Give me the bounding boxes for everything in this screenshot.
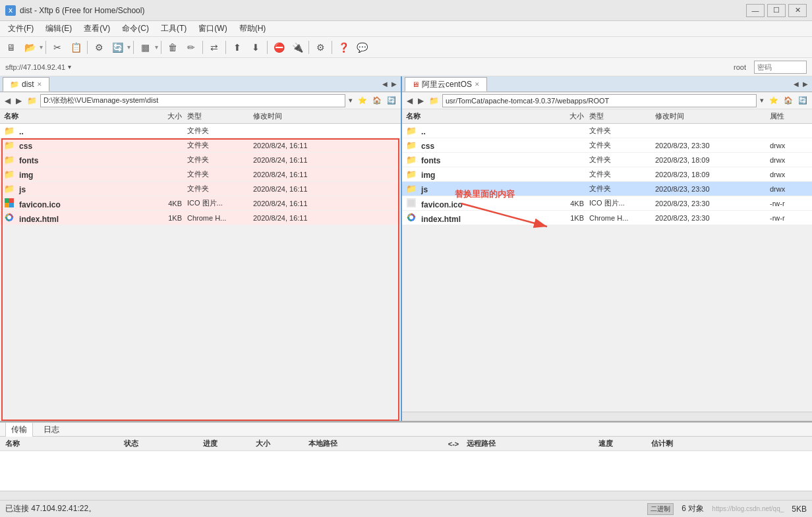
stop-button[interactable]: ⛔ bbox=[270, 40, 287, 55]
right-col-size[interactable]: 大小 bbox=[550, 111, 589, 121]
menu-view[interactable]: 查看(V) bbox=[78, 22, 115, 36]
menu-command[interactable]: 命令(C) bbox=[117, 22, 154, 36]
right-col-name[interactable]: 名称 bbox=[405, 111, 550, 121]
left-path-dropdown[interactable]: ▾ bbox=[347, 95, 355, 105]
minimize-button[interactable]: — bbox=[746, 4, 765, 17]
left-bookmark-btn[interactable]: ⭐ bbox=[356, 95, 369, 105]
left-row-fonts[interactable]: 📁 fonts 文件夹 2020/8/24, 16:11 bbox=[0, 153, 401, 167]
rename-button[interactable]: ✏ bbox=[183, 40, 200, 55]
left-col-size[interactable]: 大小 bbox=[148, 111, 187, 121]
right-row-favicon[interactable]: favicon.ico 4KB ICO 图片... 2020/8/23, 23:… bbox=[402, 196, 812, 211]
connect-button[interactable]: 🔌 bbox=[289, 40, 306, 55]
left-row-js[interactable]: 📁 js 文件夹 2020/8/24, 16:11 bbox=[0, 182, 401, 196]
transfer-button[interactable]: ⇄ bbox=[206, 40, 223, 55]
left-panel-tab[interactable]: 📁 dist ✕ bbox=[3, 77, 49, 92]
properties-button[interactable]: ⚙ bbox=[312, 40, 329, 55]
left-panel-tab-next[interactable]: ▶ bbox=[390, 80, 398, 88]
delete-button[interactable]: 🗑 bbox=[164, 40, 181, 55]
download-button[interactable]: ⬇ bbox=[247, 40, 264, 55]
left-row-index[interactable]: index.html 1KB Chrome H... 2020/8/24, 16… bbox=[0, 211, 401, 225]
close-button[interactable]: ✕ bbox=[788, 4, 807, 17]
left-file-area: 名称 大小 类型 修改时间 📁 .. 文件夹 bbox=[0, 109, 401, 421]
copy-button[interactable]: 📋 bbox=[67, 40, 84, 55]
right-cell-index-type: Chrome H... bbox=[589, 214, 655, 222]
help-button[interactable]: ❓ bbox=[335, 40, 352, 55]
right-col-attr[interactable]: 属性 bbox=[770, 111, 809, 121]
right-forward-button[interactable]: ▶ bbox=[416, 95, 426, 106]
right-panel-tab-prev[interactable]: ◀ bbox=[792, 80, 800, 88]
menu-window[interactable]: 窗口(W) bbox=[193, 22, 232, 36]
cut-button[interactable]: ✂ bbox=[49, 40, 66, 55]
refresh-button[interactable]: 🔄 bbox=[109, 40, 126, 55]
feedback-button[interactable]: 💬 bbox=[353, 40, 370, 55]
right-row-fonts[interactable]: 📁 fonts 文件夹 2020/8/23, 18:09 drwx bbox=[402, 153, 812, 167]
right-bookmark-btn[interactable]: ⭐ bbox=[767, 95, 780, 105]
right-row-index[interactable]: index.html 1KB Chrome H... 2020/8/23, 23… bbox=[402, 211, 812, 225]
right-row-css[interactable]: 📁 css 文件夹 2020/8/23, 23:30 drwx bbox=[402, 138, 812, 153]
open-button[interactable]: 📂 bbox=[21, 40, 38, 55]
view-button[interactable]: ▦ bbox=[136, 40, 154, 55]
transfer-section: 传输 日志 名称 状态 进度 大小 本地路径 <-> 远程路径 速度 估计剩 bbox=[0, 421, 812, 500]
right-col-modified[interactable]: 修改时间 bbox=[655, 111, 770, 121]
right-refresh-btn[interactable]: 🔄 bbox=[796, 95, 809, 105]
right-home-btn[interactable]: 🏠 bbox=[782, 95, 795, 105]
toolbar-separator-8 bbox=[308, 41, 309, 54]
right-h-scrollbar[interactable] bbox=[402, 412, 812, 421]
menu-edit[interactable]: 编辑(E) bbox=[40, 22, 77, 36]
transfer-mode-badge: 二进制 bbox=[647, 503, 674, 515]
right-cell-img-type: 文件夹 bbox=[589, 169, 655, 179]
menu-bar: 文件(F) 编辑(E) 查看(V) 命令(C) 工具(T) 窗口(W) 帮助(H… bbox=[0, 21, 812, 37]
right-path-input[interactable] bbox=[442, 94, 757, 107]
left-cell-css-modified: 2020/8/24, 16:11 bbox=[253, 142, 398, 150]
right-folder-icon: 📁 bbox=[427, 95, 441, 106]
left-cell-favicon-name: favicon.ico bbox=[3, 198, 148, 209]
address-dropdown-arrow[interactable]: ▾ bbox=[68, 63, 71, 70]
menu-file[interactable]: 文件(F) bbox=[3, 22, 39, 36]
new-session-button[interactable]: 🖥 bbox=[3, 40, 20, 55]
menu-help[interactable]: 帮助(H) bbox=[234, 22, 272, 36]
transfer-col-name: 名称 bbox=[5, 439, 124, 449]
menu-tools[interactable]: 工具(T) bbox=[156, 22, 192, 36]
right-col-type[interactable]: 类型 bbox=[589, 111, 655, 121]
address-bar: sftp://47.104.92.41 ▾ root bbox=[0, 58, 812, 76]
right-panel-tab-close[interactable]: ✕ bbox=[475, 81, 480, 88]
right-path-dropdown[interactable]: ▾ bbox=[758, 95, 766, 105]
right-panel-tab[interactable]: 🖥 阿里云centOS ✕ bbox=[405, 77, 487, 92]
left-forward-button[interactable]: ▶ bbox=[14, 95, 24, 106]
left-panel-tab-close[interactable]: ✕ bbox=[37, 81, 42, 88]
right-row-img[interactable]: 📁 img 文件夹 2020/8/23, 18:09 drwx bbox=[402, 167, 812, 182]
left-back-button[interactable]: ◀ bbox=[3, 95, 13, 106]
settings-button[interactable]: ⚙ bbox=[90, 40, 107, 55]
left-refresh-btn[interactable]: 🔄 bbox=[385, 95, 398, 105]
transfer-h-scrollbar[interactable] bbox=[0, 491, 812, 500]
transfer-tab-transfer[interactable]: 传输 bbox=[5, 422, 33, 437]
maximize-button[interactable]: ☐ bbox=[767, 4, 786, 17]
right-row-js[interactable]: 📁 js 文件夹 2020/8/23, 23:30 drwx bbox=[402, 182, 812, 196]
left-col-type[interactable]: 类型 bbox=[187, 111, 253, 121]
left-cell-js-name: 📁 js bbox=[3, 184, 148, 194]
left-row-favicon[interactable]: favicon.ico 4KB ICO 图片... 2020/8/24, 16:… bbox=[0, 196, 401, 211]
left-row-parent[interactable]: 📁 .. 文件夹 bbox=[0, 124, 401, 138]
password-input[interactable] bbox=[754, 61, 807, 74]
right-file-area: 名称 大小 类型 修改时间 属性 📁 .. bbox=[402, 109, 812, 421]
right-cell-js-attr: drwx bbox=[770, 185, 809, 193]
left-cell-js-type: 文件夹 bbox=[187, 184, 253, 194]
right-panel: 🖥 阿里云centOS ✕ ◀ ▶ ◀ ▶ 📁 ▾ ⭐ 🏠 🔄 bbox=[402, 76, 812, 421]
right-panel-tab-next[interactable]: ▶ bbox=[801, 80, 809, 88]
right-back-button[interactable]: ◀ bbox=[405, 95, 415, 106]
left-row-css[interactable]: 📁 css 文件夹 2020/8/24, 16:11 bbox=[0, 138, 401, 153]
left-row-img[interactable]: 📁 img 文件夹 2020/8/24, 16:11 bbox=[0, 167, 401, 182]
left-col-modified[interactable]: 修改时间 bbox=[253, 111, 398, 121]
transfer-tab-log[interactable]: 日志 bbox=[38, 423, 65, 437]
left-col-name[interactable]: 名称 bbox=[3, 111, 148, 121]
right-row-parent[interactable]: 📁 .. 文件夹 bbox=[402, 124, 812, 138]
left-panel-tab-prev[interactable]: ◀ bbox=[381, 80, 389, 88]
svg-rect-7 bbox=[408, 200, 415, 206]
left-home-btn[interactable]: 🏠 bbox=[370, 95, 384, 105]
toolbar-separator-1 bbox=[45, 41, 46, 54]
remote-label: root bbox=[734, 63, 746, 71]
right-cell-img-name: 📁 img bbox=[405, 169, 550, 180]
status-message: 已连接 47.104.92.41:22。 bbox=[5, 503, 642, 514]
upload-button[interactable]: ⬆ bbox=[229, 40, 246, 55]
left-path-input[interactable] bbox=[40, 94, 345, 107]
